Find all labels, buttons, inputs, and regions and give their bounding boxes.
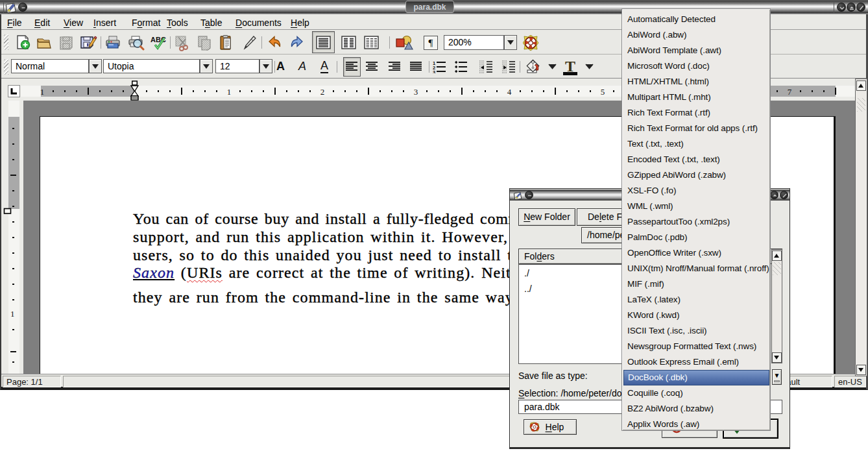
svg-text:3: 3: [433, 69, 435, 73]
